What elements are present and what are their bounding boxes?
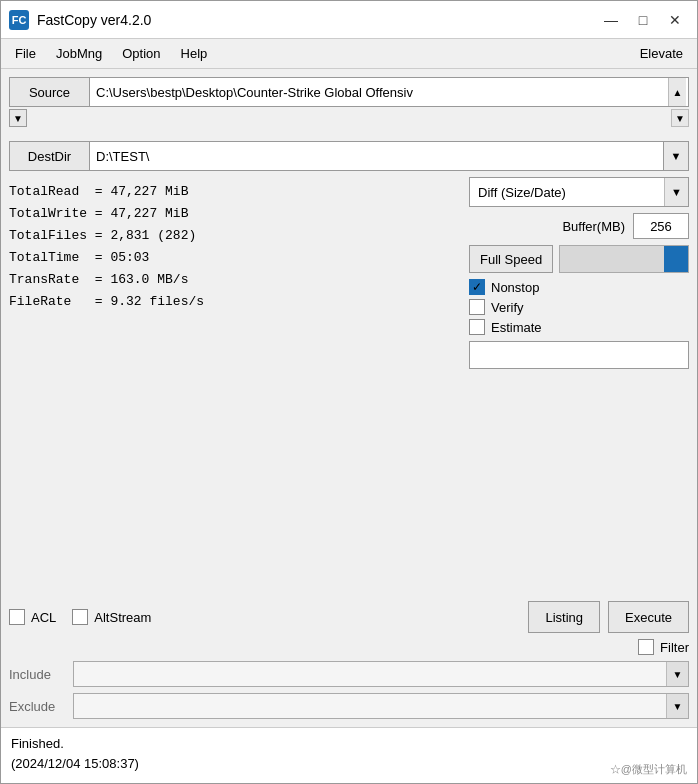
menu-bar: File JobMng Option Help Elevate [1, 39, 697, 69]
nonstop-checkbox-row[interactable]: ✓ Nonstop [469, 279, 689, 295]
status-line-1: Finished. [11, 734, 139, 754]
estimate-checkbox[interactable] [469, 319, 485, 335]
source-path: C:\Users\bestp\Desktop\Counter-Strike Gl… [92, 85, 668, 100]
buffer-input[interactable] [633, 213, 689, 239]
include-label: Include [9, 667, 69, 682]
source-scroll-up[interactable]: ▲ [668, 78, 686, 106]
acl-checkbox-row[interactable]: ACL [9, 609, 56, 625]
include-input-wrap: ▼ [73, 661, 689, 687]
verify-checkbox[interactable] [469, 299, 485, 315]
status-logo: ☆@微型计算机 [610, 762, 687, 777]
diff-select[interactable]: Diff (Size/Date) ▼ [469, 177, 689, 207]
content-area: Source C:\Users\bestp\Desktop\Counter-St… [1, 69, 697, 727]
stats-line-1: TotalRead = 47,227 MiB [9, 181, 461, 203]
buffer-label: Buffer(MB) [562, 219, 625, 234]
destdir-row: DestDir ▼ [9, 141, 689, 171]
filter-row: Filter [9, 639, 689, 655]
execute-button[interactable]: Execute [608, 601, 689, 633]
menu-jobmng[interactable]: JobMng [46, 43, 112, 64]
stats-line-4: TotalTime = 05:03 [9, 247, 461, 269]
verify-label: Verify [491, 300, 524, 315]
source-dropdown-arrow[interactable]: ▼ [9, 109, 27, 127]
maximize-button[interactable]: □ [629, 9, 657, 31]
close-button[interactable]: ✕ [661, 9, 689, 31]
acl-label: ACL [31, 610, 56, 625]
status-text: Finished. (2024/12/04 15:08:37) [11, 734, 139, 773]
destdir-input[interactable] [89, 141, 663, 171]
right-panel: Diff (Size/Date) ▼ Buffer(MB) Full Speed [469, 177, 689, 595]
minimize-button[interactable]: — [597, 9, 625, 31]
altstream-label: AltStream [94, 610, 151, 625]
listing-button[interactable]: Listing [528, 601, 600, 633]
include-dropdown-arrow[interactable]: ▼ [666, 662, 688, 686]
nonstop-checkmark: ✓ [472, 280, 482, 294]
source-button[interactable]: Source [9, 77, 89, 107]
menu-file[interactable]: File [5, 43, 46, 64]
menu-elevate[interactable]: Elevate [630, 43, 693, 64]
status-line-2: (2024/12/04 15:08:37) [11, 754, 139, 774]
stats-line-3: TotalFiles = 2,831 (282) [9, 225, 461, 247]
filter-checkbox-row[interactable]: Filter [638, 639, 689, 655]
speed-slider[interactable] [559, 245, 689, 273]
app-title: FastCopy ver4.2.0 [37, 12, 597, 28]
stats-line-6: FileRate = 9.32 files/s [9, 291, 461, 313]
menu-help[interactable]: Help [171, 43, 218, 64]
altstream-checkbox-row[interactable]: AltStream [72, 609, 151, 625]
destdir-button[interactable]: DestDir [9, 141, 89, 171]
checkbox-group: ✓ Nonstop Verify Estimate [469, 279, 689, 335]
stats-line-5: TransRate = 163.0 MB/s [9, 269, 461, 291]
estimate-label: Estimate [491, 320, 542, 335]
filter-checkbox[interactable] [638, 639, 654, 655]
source-scroll-down[interactable]: ▼ [671, 109, 689, 127]
speed-slider-fill [664, 246, 688, 272]
exclude-row: Exclude ▼ [9, 693, 689, 719]
speed-row: Full Speed [469, 245, 689, 273]
estimate-checkbox-row[interactable]: Estimate [469, 319, 689, 335]
right-text-input[interactable] [469, 341, 689, 369]
main-section: TotalRead = 47,227 MiB TotalWrite = 47,2… [9, 177, 689, 595]
diff-select-arrow[interactable]: ▼ [664, 178, 688, 206]
destdir-dropdown-arrow[interactable]: ▼ [663, 141, 689, 171]
verify-checkbox-row[interactable]: Verify [469, 299, 689, 315]
full-speed-button[interactable]: Full Speed [469, 245, 553, 273]
acl-checkbox[interactable] [9, 609, 25, 625]
filter-label: Filter [660, 640, 689, 655]
main-window: FC FastCopy ver4.2.0 — □ ✕ File JobMng O… [0, 0, 698, 784]
buffer-row: Buffer(MB) [469, 213, 689, 239]
source-dropdown-row: ▼ ▼ [9, 109, 689, 127]
status-bar: Finished. (2024/12/04 15:08:37) ☆@微型计算机 [1, 727, 697, 783]
action-row: ACL AltStream Listing Execute [9, 601, 689, 633]
stats-panel: TotalRead = 47,227 MiB TotalWrite = 47,2… [9, 177, 461, 595]
stats-line-2: TotalWrite = 47,227 MiB [9, 203, 461, 225]
menu-option[interactable]: Option [112, 43, 170, 64]
diff-select-text: Diff (Size/Date) [470, 181, 664, 204]
exclude-dropdown-arrow[interactable]: ▼ [666, 694, 688, 718]
window-controls: — □ ✕ [597, 9, 689, 31]
exclude-input-wrap: ▼ [73, 693, 689, 719]
source-row: Source C:\Users\bestp\Desktop\Counter-St… [9, 77, 689, 135]
app-icon: FC [9, 10, 29, 30]
title-bar: FC FastCopy ver4.2.0 — □ ✕ [1, 1, 697, 39]
nonstop-label: Nonstop [491, 280, 539, 295]
nonstop-checkbox[interactable]: ✓ [469, 279, 485, 295]
altstream-checkbox[interactable] [72, 609, 88, 625]
source-top: Source C:\Users\bestp\Desktop\Counter-St… [9, 77, 689, 107]
exclude-label: Exclude [9, 699, 69, 714]
include-row: Include ▼ [9, 661, 689, 687]
source-input-wrap: C:\Users\bestp\Desktop\Counter-Strike Gl… [89, 77, 689, 107]
